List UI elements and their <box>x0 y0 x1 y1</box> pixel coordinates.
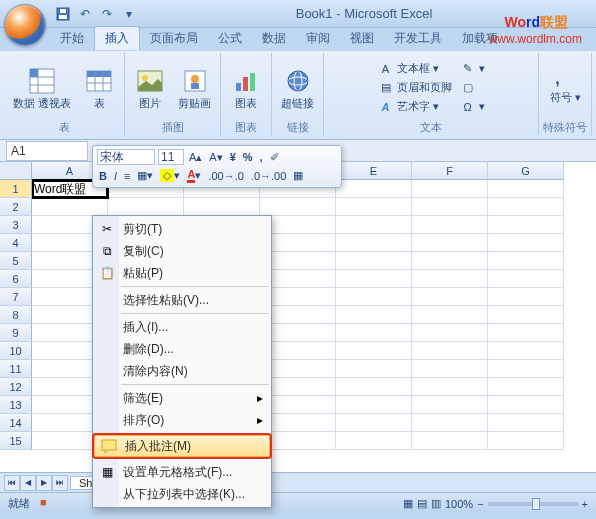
zoom-level[interactable]: 100% <box>445 498 473 510</box>
picture-button[interactable]: 图片 <box>129 55 171 120</box>
redo-icon[interactable]: ↷ <box>98 5 116 23</box>
wordart-button[interactable]: A艺术字 ▾ <box>375 98 455 116</box>
menu-filter[interactable]: 筛选(E)▸ <box>93 387 271 409</box>
col-header-e[interactable]: E <box>336 162 412 180</box>
clipart-icon <box>179 65 211 97</box>
row-header-2[interactable]: 2 <box>0 198 32 216</box>
sheet-nav-first-icon[interactable]: ⏮ <box>4 475 20 491</box>
mini-format-painter-icon[interactable]: ✐ <box>268 150 281 165</box>
undo-icon[interactable]: ↶ <box>76 5 94 23</box>
mini-grow-font-icon[interactable]: A▴ <box>187 150 204 165</box>
mini-shrink-font-icon[interactable]: A▾ <box>207 150 224 165</box>
row-header-5[interactable]: 5 <box>0 252 32 270</box>
mini-italic-button[interactable]: I <box>112 169 119 183</box>
mini-accounting-icon[interactable]: ¥ <box>228 150 238 164</box>
symbol-omega-button[interactable]: Ω▾ <box>457 98 488 116</box>
hyperlink-button[interactable]: 超链接 <box>276 55 319 120</box>
col-header-g[interactable]: G <box>488 162 564 180</box>
office-button[interactable] <box>4 4 46 46</box>
mini-comma-icon[interactable]: , <box>258 150 265 164</box>
pivot-table-button[interactable]: 数据 透视表 <box>8 55 76 120</box>
cut-icon: ✂ <box>97 221 117 237</box>
mini-bold-button[interactable]: B <box>97 169 109 183</box>
menu-separator <box>121 313 269 314</box>
object-button[interactable]: ▢ <box>457 79 488 97</box>
tab-data[interactable]: 数据 <box>252 27 296 50</box>
menu-copy[interactable]: ⧉复制(C) <box>93 240 271 262</box>
sheet-nav-prev-icon[interactable]: ◀ <box>20 475 36 491</box>
watermark-logo: Word联盟 <box>504 14 568 32</box>
mini-fill-color-icon[interactable]: ◇▾ <box>158 168 182 183</box>
menu-delete[interactable]: 删除(D)... <box>93 338 271 360</box>
view-pagelayout-icon[interactable]: ▤ <box>417 497 427 510</box>
menu-separator <box>121 384 269 385</box>
textbox-button[interactable]: A文本框 ▾ <box>375 60 455 78</box>
mini-font-select[interactable] <box>97 149 155 165</box>
svg-rect-9 <box>87 71 111 77</box>
zoom-slider-thumb[interactable] <box>532 498 540 510</box>
row-header-13[interactable]: 13 <box>0 396 32 414</box>
row-header-7[interactable]: 7 <box>0 288 32 306</box>
comma-button[interactable]: , <box>547 70 584 88</box>
mini-borders-icon[interactable]: ▦▾ <box>135 168 155 183</box>
menu-insert-comment[interactable]: 插入批注(M) <box>94 435 270 457</box>
status-ime[interactable]: ■ <box>40 496 47 511</box>
svg-point-16 <box>191 75 199 83</box>
row-header-4[interactable]: 4 <box>0 234 32 252</box>
row-header-14[interactable]: 14 <box>0 414 32 432</box>
mini-font-color-icon[interactable]: A▾ <box>185 167 203 184</box>
copy-icon: ⧉ <box>97 243 117 259</box>
table-button[interactable]: 表 <box>78 55 120 120</box>
row-header-8[interactable]: 8 <box>0 306 32 324</box>
row-header-15[interactable]: 15 <box>0 432 32 450</box>
zoom-out-button[interactable]: − <box>477 498 483 510</box>
tab-formulas[interactable]: 公式 <box>208 27 252 50</box>
menu-insert[interactable]: 插入(I)... <box>93 316 271 338</box>
view-pagebreak-icon[interactable]: ▥ <box>431 497 441 510</box>
view-normal-icon[interactable]: ▦ <box>403 497 413 510</box>
chart-button[interactable]: 图表 <box>225 55 267 120</box>
mini-dec-decimal-icon[interactable]: .0→.00 <box>249 169 288 183</box>
row-header-6[interactable]: 6 <box>0 270 32 288</box>
menu-paste[interactable]: 📋粘贴(P) <box>93 262 271 284</box>
select-all-corner[interactable] <box>0 162 32 180</box>
tab-view[interactable]: 视图 <box>340 27 384 50</box>
menu-paste-special[interactable]: 选择性粘贴(V)... <box>93 289 271 311</box>
clipart-button[interactable]: 剪贴画 <box>173 55 216 120</box>
row-header-1[interactable]: 1 <box>0 180 32 198</box>
row-header-12[interactable]: 12 <box>0 378 32 396</box>
row-header-10[interactable]: 10 <box>0 342 32 360</box>
save-icon[interactable] <box>54 5 72 23</box>
comment-icon <box>99 438 119 454</box>
mini-merge-icon[interactable]: ▦ <box>291 168 305 183</box>
tab-review[interactable]: 审阅 <box>296 27 340 50</box>
tab-pagelayout[interactable]: 页面布局 <box>140 27 208 50</box>
sigline-button[interactable]: ✎▾ <box>457 60 488 78</box>
menu-sort[interactable]: 排序(O)▸ <box>93 409 271 431</box>
symbol-button[interactable]: 符号 ▾ <box>547 89 584 106</box>
name-box[interactable]: A1 <box>6 141 88 161</box>
mini-align-center-icon[interactable]: ≡ <box>122 169 132 183</box>
mini-size-select[interactable] <box>158 149 184 165</box>
row-header-9[interactable]: 9 <box>0 324 32 342</box>
zoom-slider[interactable] <box>488 502 578 506</box>
qat-dropdown-icon[interactable]: ▾ <box>120 5 138 23</box>
menu-format-cells[interactable]: ▦设置单元格格式(F)... <box>93 461 271 483</box>
tab-insert[interactable]: 插入 <box>94 26 140 50</box>
svg-rect-2 <box>60 9 66 13</box>
zoom-in-button[interactable]: + <box>582 498 588 510</box>
menu-clear[interactable]: 清除内容(N) <box>93 360 271 382</box>
header-footer-button[interactable]: ▤页眉和页脚 <box>375 79 455 97</box>
menu-pick-from-list[interactable]: 从下拉列表中选择(K)... <box>93 483 271 505</box>
tab-home[interactable]: 开始 <box>50 27 94 50</box>
menu-cut[interactable]: ✂剪切(T) <box>93 218 271 240</box>
svg-rect-19 <box>243 77 248 91</box>
sheet-nav-last-icon[interactable]: ⏭ <box>52 475 68 491</box>
tab-developer[interactable]: 开发工具 <box>384 27 452 50</box>
sheet-nav-next-icon[interactable]: ▶ <box>36 475 52 491</box>
row-header-11[interactable]: 11 <box>0 360 32 378</box>
row-header-3[interactable]: 3 <box>0 216 32 234</box>
mini-inc-decimal-icon[interactable]: .00→.0 <box>206 169 245 183</box>
col-header-f[interactable]: F <box>412 162 488 180</box>
mini-percent-icon[interactable]: % <box>241 150 255 164</box>
